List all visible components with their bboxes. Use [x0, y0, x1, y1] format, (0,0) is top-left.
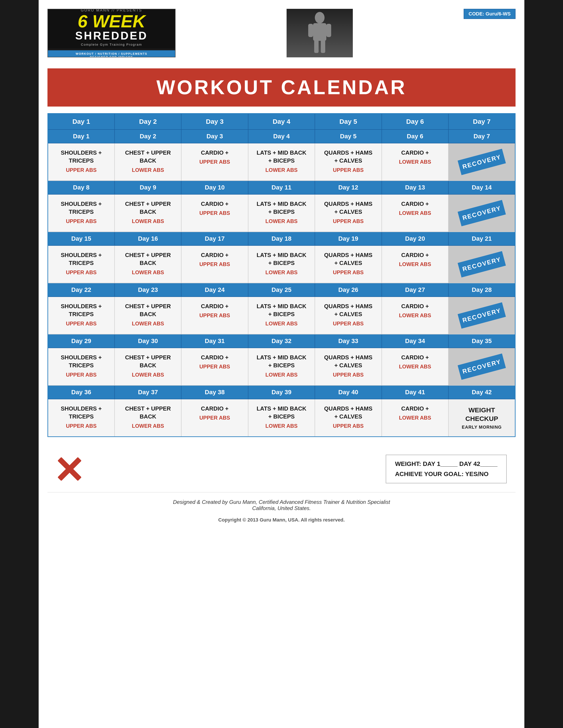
cell-Day-38: CARDIO +UPPER ABS — [181, 399, 248, 437]
workout-main: CARDIO + — [185, 200, 244, 208]
cell-Day-6: CARDIO +LOWER ABS — [382, 143, 448, 181]
week-1-day-5-header: Day 5 — [315, 129, 382, 143]
cell-Day-2: CHEST + UPPERBACKLOWER ABS — [115, 143, 181, 181]
workout-main: CHEST + UPPERBACK — [118, 405, 178, 421]
workout-main: CARDIO + — [185, 405, 244, 413]
cell-Day-35: RECOVERY — [448, 348, 515, 385]
week-2-day-6-header: Day 13 — [382, 181, 448, 194]
svg-rect-2 — [308, 24, 313, 37]
logo-shredded: SHREDDED — [75, 30, 148, 41]
logo-week: 6 WEEK — [78, 13, 145, 30]
workout-main: CARDIO + — [385, 251, 445, 259]
workout-abs: LOWER ABS — [118, 321, 178, 327]
week-1-day-3-header: Day 3 — [181, 129, 248, 143]
workout-abs: LOWER ABS — [252, 321, 311, 327]
cell-Day-30: CHEST + UPPERBACKLOWER ABS — [115, 348, 181, 385]
week-3-labels: Day 15Day 16Day 17Day 18Day 19Day 20Day … — [48, 232, 515, 246]
workout-abs: UPPER ABS — [319, 269, 378, 276]
week-4-labels: Day 22Day 23Day 24Day 25Day 26Day 27Day … — [48, 283, 515, 297]
week-3-day-4-header: Day 18 — [248, 232, 315, 246]
cell-Day-40: QUARDS + HAMS+ CALVESUPPER ABS — [315, 399, 382, 437]
svg-point-0 — [315, 12, 325, 23]
week-2-day-2-header: Day 9 — [115, 181, 181, 194]
workout-abs: UPPER ABS — [319, 321, 378, 327]
workout-main: CARDIO + — [185, 149, 244, 157]
workout-main: SHOULDERS +TRICEPS — [51, 200, 111, 216]
cell-Day-22: SHOULDERS +TRICEPSUPPER ABS — [48, 297, 115, 334]
cell-Day-37: CHEST + UPPERBACKLOWER ABS — [115, 399, 181, 437]
week-6-day-4-header: Day 39 — [248, 385, 315, 399]
week-4-content: SHOULDERS +TRICEPSUPPER ABSCHEST + UPPER… — [48, 297, 515, 334]
week-1-day-1-header: Day 1 — [48, 129, 115, 143]
cell-Day-16: CHEST + UPPERBACKLOWER ABS — [115, 246, 181, 283]
cell-Day-31: CARDIO +UPPER ABS — [181, 348, 248, 385]
header-day-7: Day 7 — [448, 114, 515, 130]
svg-rect-3 — [326, 24, 331, 37]
week-5-day-3-header: Day 31 — [181, 334, 248, 348]
weight-line2: ACHIEVE YOUR GOAL: YES/NO — [395, 471, 497, 478]
cell-Day-32: LATS + MID BACK+ BICEPSLOWER ABS — [248, 348, 315, 385]
workout-main: CHEST + UPPERBACK — [118, 251, 178, 267]
workout-main: LATS + MID BACK+ BICEPS — [252, 251, 311, 267]
workout-abs: UPPER ABS — [51, 321, 111, 327]
workout-main: CARDIO + — [385, 405, 445, 413]
week-4-day-6-header: Day 27 — [382, 283, 448, 297]
workout-main: CARDIO + — [185, 251, 244, 259]
workout-main: QUARDS + HAMS+ CALVES — [319, 405, 378, 421]
cell-Day-14: RECOVERY — [448, 194, 515, 232]
cell-Day-26: QUARDS + HAMS+ CALVESUPPER ABS — [315, 297, 382, 334]
week-2-day-5-header: Day 12 — [315, 181, 382, 194]
week-3-content: SHOULDERS +TRICEPSUPPER ABSCHEST + UPPER… — [48, 246, 515, 283]
workout-main: CHEST + UPPERBACK — [118, 353, 178, 370]
week-6-day-1-header: Day 36 — [48, 385, 115, 399]
week-6-day-7-header: Day 42 — [448, 385, 515, 399]
workout-abs: LOWER ABS — [118, 372, 178, 378]
workout-main: CARDIO + — [385, 302, 445, 310]
cell-Day-25: LATS + MID BACK+ BICEPSLOWER ABS — [248, 297, 315, 334]
cell-Day-36: SHOULDERS +TRICEPSUPPER ABS — [48, 399, 115, 437]
week-5-day-2-header: Day 30 — [115, 334, 181, 348]
footer-top: Designed & Created by Guru Mann, Certifi… — [47, 492, 516, 514]
recovery-badge: RECOVERY — [458, 302, 506, 329]
week-1-day-4-header: Day 4 — [248, 129, 315, 143]
workout-abs: UPPER ABS — [319, 372, 378, 378]
calendar-wrapper: Day 1Day 2Day 3Day 4Day 5Day 6Day 7Day 1… — [47, 113, 516, 437]
week-6-content: SHOULDERS +TRICEPSUPPER ABSCHEST + UPPER… — [48, 399, 515, 437]
trainer-image — [287, 9, 353, 57]
title-text: WORKOUT CALENDAR — [55, 76, 508, 99]
cell-Day-41: CARDIO +LOWER ABS — [382, 399, 448, 437]
workout-main: QUARDS + HAMS+ CALVES — [319, 302, 378, 318]
workout-abs: UPPER ABS — [319, 167, 378, 173]
weight-tracker: WEIGHT: DAY 1_____ DAY 42_____ ACHIEVE Y… — [386, 455, 507, 483]
cell-Day-27: CARDIO +LOWER ABS — [382, 297, 448, 334]
week-4-day-5-header: Day 26 — [315, 283, 382, 297]
code-badge: CODE: Guru/6-WS — [464, 9, 516, 19]
workout-abs: UPPER ABS — [51, 218, 111, 224]
week-2-content: SHOULDERS +TRICEPSUPPER ABSCHEST + UPPER… — [48, 194, 515, 232]
cell-Day-17: CARDIO +UPPER ABS — [181, 246, 248, 283]
checkup-main: WEIGHT CHECKUP — [452, 406, 512, 423]
workout-main: QUARDS + HAMS+ CALVES — [319, 353, 378, 370]
week-5-day-4-header: Day 32 — [248, 334, 315, 348]
cell-Day-7: RECOVERY — [448, 143, 515, 181]
logo-bottom-text: WORKOUT / NUTRITION / SUPPLEMENTSDESIGNE… — [50, 52, 173, 58]
weight-line1: WEIGHT: DAY 1_____ DAY 42_____ — [395, 460, 497, 467]
workout-abs: LOWER ABS — [385, 261, 445, 267]
workout-abs: UPPER ABS — [185, 312, 244, 319]
week-5-day-1-header: Day 29 — [48, 334, 115, 348]
workout-abs: UPPER ABS — [319, 423, 378, 429]
cell-Day-12: QUARDS + HAMS+ CALVESUPPER ABS — [315, 194, 382, 232]
cell-Day-10: CARDIO +UPPER ABS — [181, 194, 248, 232]
recovery-badge: RECOVERY — [458, 200, 506, 226]
header-day-5: Day 5 — [315, 114, 382, 130]
week-1-day-7-header: Day 7 — [448, 129, 515, 143]
cell-Day-4: LATS + MID BACK+ BICEPSLOWER ABS — [248, 143, 315, 181]
workout-main: LATS + MID BACK+ BICEPS — [252, 149, 311, 165]
workout-main: CARDIO + — [385, 353, 445, 361]
workout-main: SHOULDERS +TRICEPS — [51, 353, 111, 370]
workout-abs: UPPER ABS — [51, 269, 111, 276]
recovery-badge: RECOVERY — [458, 251, 506, 278]
cell-Day-8: SHOULDERS +TRICEPSUPPER ABS — [48, 194, 115, 232]
header-day-6: Day 6 — [382, 114, 448, 130]
header-day-3: Day 3 — [181, 114, 248, 130]
